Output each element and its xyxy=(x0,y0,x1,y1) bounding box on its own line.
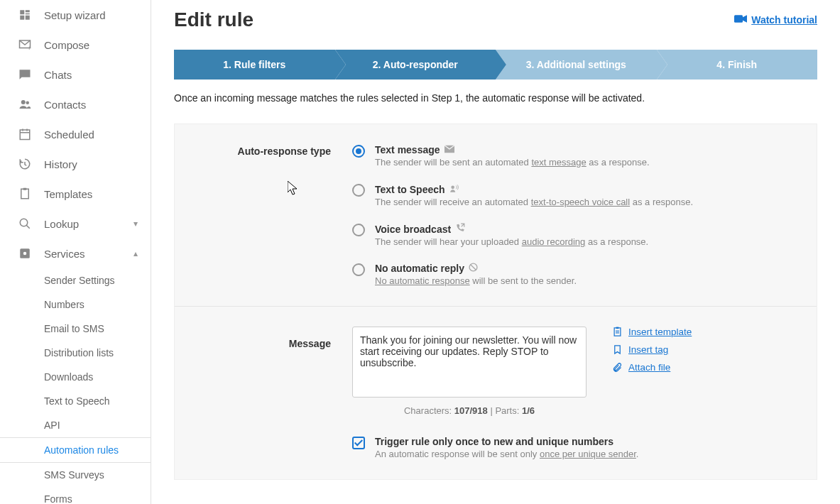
message-box: Characters: 107/918 | Parts: 1/6 Insert … xyxy=(352,327,817,416)
sidebar-sub-distribution-lists[interactable]: Distribution lists xyxy=(0,341,151,365)
sidebar-item-templates[interactable]: Templates xyxy=(0,179,151,209)
sidebar-sub-downloads[interactable]: Downloads xyxy=(0,365,151,389)
settings-panel: Auto-response type Text message The send… xyxy=(174,124,817,480)
option-text-message[interactable]: Text message The sender will be sent an … xyxy=(352,144,817,168)
insert-tag-link[interactable]: Insert tag xyxy=(612,344,692,355)
sidebar-item-history[interactable]: History xyxy=(0,149,151,179)
opt-desc-no-reply: No automatic response will be sent to th… xyxy=(375,275,577,286)
page-title: Edit rule xyxy=(174,9,253,31)
main-content: Edit rule Watch tutorial 1. Rule filters… xyxy=(151,0,840,504)
message-textarea[interactable] xyxy=(352,327,587,398)
attach-file-link[interactable]: Attach file xyxy=(612,362,692,373)
opt-title-voice-broadcast: Voice broadcast xyxy=(375,223,465,235)
sidebar-sub-sender-settings[interactable]: Sender Settings xyxy=(0,268,151,292)
voice-icon xyxy=(449,183,459,195)
watch-tutorial-link[interactable]: Watch tutorial xyxy=(734,14,817,26)
svg-text:+: + xyxy=(28,45,31,52)
wizard-step-2[interactable]: 2. Auto-responder xyxy=(335,50,496,80)
sidebar-item-label: Compose xyxy=(44,39,89,51)
history-icon xyxy=(17,156,33,172)
label-message: Message xyxy=(175,327,352,459)
label-auto-response-type: Auto-response type xyxy=(175,144,352,286)
paperclip-icon xyxy=(612,362,623,373)
svg-rect-14 xyxy=(616,327,619,329)
opt-desc-voice-broadcast: The sender will hear your uploaded audio… xyxy=(375,236,648,247)
radio-voice-broadcast[interactable] xyxy=(352,224,365,236)
checkbox-trigger-once[interactable] xyxy=(352,437,365,449)
sidebar-item-compose[interactable]: + Compose xyxy=(0,30,151,60)
sidebar-item-contacts[interactable]: Contacts xyxy=(0,89,151,119)
svg-rect-3 xyxy=(20,130,30,140)
sidebar-sub-email-to-sms[interactable]: Email to SMS xyxy=(0,317,151,341)
sidebar-item-label: Services xyxy=(44,248,85,260)
option-trigger-once[interactable]: Trigger rule only once to new and unique… xyxy=(352,436,817,459)
radio-text-message[interactable] xyxy=(352,145,365,158)
insert-template-link[interactable]: Insert template xyxy=(612,327,692,337)
sidebar-item-lookup[interactable]: Lookup ▾ xyxy=(0,209,151,239)
wizard-step-4[interactable]: 4. Finish xyxy=(657,50,818,80)
page-header: Edit rule Watch tutorial xyxy=(174,9,817,31)
opt-title-text-message: Text message xyxy=(375,144,454,155)
sidebar-sub-forms[interactable]: Forms xyxy=(0,487,151,504)
svg-point-2 xyxy=(26,102,30,105)
opt-title-no-reply: No automatic reply xyxy=(375,263,478,274)
wizard-steps: 1. Rule filters 2. Auto-responder 3. Add… xyxy=(174,50,817,80)
block-icon xyxy=(469,263,478,274)
phone-out-icon xyxy=(455,223,465,235)
row-message: Message Characters: 107/918 | Parts: 1/6… xyxy=(175,307,817,479)
svg-rect-13 xyxy=(614,328,621,336)
option-no-reply[interactable]: No automatic reply No automatic response… xyxy=(352,263,817,286)
sidebar-item-label: Templates xyxy=(44,188,92,200)
video-icon xyxy=(734,15,747,25)
sidebar-item-setup-wizard[interactable]: Setup wizard xyxy=(0,0,151,30)
grid-icon xyxy=(17,7,33,23)
svg-point-1 xyxy=(21,100,26,104)
character-counter: Characters: 107/918 | Parts: 1/6 xyxy=(352,405,587,416)
gear-icon xyxy=(17,246,33,261)
message-actions: Insert template Insert tag Attach file xyxy=(612,327,692,380)
chat-icon xyxy=(17,67,33,82)
sidebar-sub-automation-rules[interactable]: Automation rules xyxy=(0,437,151,463)
radio-no-reply[interactable] xyxy=(352,263,365,276)
sidebar-sub-numbers[interactable]: Numbers xyxy=(0,292,151,317)
sidebar-item-label: Contacts xyxy=(44,99,86,111)
option-voice-broadcast[interactable]: Voice broadcast The sender will hear you… xyxy=(352,223,817,247)
intro-text: Once an incoming message matches the rul… xyxy=(174,92,817,104)
clipboard-icon xyxy=(17,186,33,202)
compose-icon: + xyxy=(17,37,33,53)
sidebar-item-label: Scheduled xyxy=(44,128,94,141)
opt-title-text-to-speech: Text to Speech xyxy=(375,183,459,195)
svg-rect-9 xyxy=(734,15,743,23)
sidebar-item-services[interactable]: Services ▴ xyxy=(0,239,151,268)
wizard-step-1[interactable]: 1. Rule filters xyxy=(174,50,335,80)
sidebar-item-label: History xyxy=(44,158,77,170)
svg-rect-5 xyxy=(23,188,27,190)
svg-rect-4 xyxy=(21,189,29,199)
wizard-step-3[interactable]: 3. Additional settings xyxy=(496,50,657,80)
contacts-icon xyxy=(17,97,33,112)
sidebar: Setup wizard + Compose Chats Contacts Sc… xyxy=(0,0,151,504)
row-auto-response-type: Auto-response type Text message The send… xyxy=(175,124,817,307)
sidebar-sub-text-to-speech[interactable]: Text to Speech xyxy=(0,389,151,413)
watch-tutorial-label: Watch tutorial xyxy=(751,14,817,26)
opt-desc-text-to-speech: The sender will receive an automated tex… xyxy=(375,197,693,207)
auto-response-options: Text message The sender will be sent an … xyxy=(352,144,817,286)
clipboard-icon xyxy=(612,327,623,337)
svg-point-8 xyxy=(23,252,27,256)
bookmark-icon xyxy=(612,344,623,355)
sidebar-sub-sms-surveys[interactable]: SMS Surveys xyxy=(0,463,151,487)
option-text-to-speech[interactable]: Text to Speech The sender will receive a… xyxy=(352,183,817,207)
radio-text-to-speech[interactable] xyxy=(352,184,365,197)
calendar-icon xyxy=(17,126,33,142)
sidebar-item-chats[interactable]: Chats xyxy=(0,60,151,89)
opt-desc-text-message: The sender will be sent an automated tex… xyxy=(375,157,650,168)
envelope-icon xyxy=(444,144,454,155)
chevron-down-icon: ▾ xyxy=(133,219,138,229)
opt-title-trigger-once: Trigger rule only once to new and unique… xyxy=(375,436,613,447)
sidebar-item-label: Setup wizard xyxy=(44,9,106,21)
svg-point-11 xyxy=(451,186,454,190)
search-icon xyxy=(17,216,33,231)
svg-point-6 xyxy=(20,219,28,226)
sidebar-sub-api[interactable]: API xyxy=(0,413,151,437)
sidebar-item-scheduled[interactable]: Scheduled xyxy=(0,119,151,149)
